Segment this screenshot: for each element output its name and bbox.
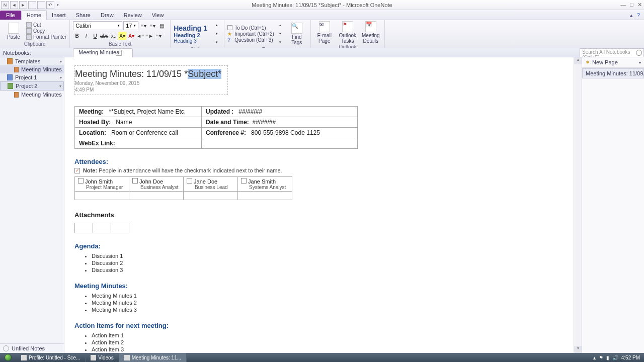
tab-view[interactable]: View <box>147 11 169 20</box>
scrollbar[interactable]: ▴ ▾ <box>574 57 582 353</box>
scroll-up-button[interactable]: ▴ <box>574 57 582 64</box>
sidebar-section-p2-meeting-minutes[interactable]: Meeting Minutes <box>0 90 64 99</box>
tag-important[interactable]: ★Important (Ctrl+2) <box>227 31 274 37</box>
tray-arrow-icon[interactable]: ▴ <box>593 355 596 360</box>
section-tab[interactable]: Meeting Minutes <box>73 48 133 57</box>
bold-button[interactable]: B <box>73 32 81 40</box>
tags-next[interactable]: ▾ <box>276 30 284 38</box>
search-input[interactable]: Search All Notebooks (Ctrl+E) <box>580 48 644 57</box>
tray-time[interactable]: 4:52 PM <box>621 355 640 360</box>
style-heading1[interactable]: Heading 1 <box>174 24 211 32</box>
underline-button[interactable]: U <box>91 32 99 40</box>
tray-flag-icon[interactable]: ⚑ <box>599 355 603 360</box>
taskbar-item[interactable]: Profile: Untitled - Sce... <box>16 353 86 362</box>
list-item[interactable]: Meeting Minutes 3 <box>92 307 576 313</box>
copy-button[interactable]: Copy <box>26 28 66 34</box>
attendee-empty-cell[interactable] <box>184 192 238 200</box>
tags-more[interactable]: ▾ <box>276 38 284 46</box>
list-item[interactable]: Action Item 1 <box>92 332 576 338</box>
taskbar-item[interactable]: Meeting Minutes: 11... <box>119 353 187 362</box>
italic-button[interactable]: I <box>82 32 90 40</box>
actions-list[interactable]: Action Item 1Action Item 2Action Item 3 <box>92 332 576 352</box>
font-color-button[interactable]: A▾ <box>127 32 135 40</box>
scroll-down-button[interactable]: ▾ <box>574 346 582 353</box>
new-page-button[interactable]: ✶ New Page ▾ <box>582 57 644 68</box>
tray-network-icon[interactable]: ▮ <box>606 355 609 360</box>
tag-question[interactable]: ?Question (Ctrl+3) <box>227 37 274 43</box>
tab-share[interactable]: Share <box>71 11 96 20</box>
sidebar-notebook-project2[interactable]: Project 2 ▾ <box>0 81 64 90</box>
more-text-button[interactable]: ▤ <box>157 22 166 30</box>
attendee-cell[interactable]: Jane SmithSystems Analyst <box>238 177 292 192</box>
tab-file[interactable]: File <box>0 11 21 20</box>
bullets-button[interactable]: ≡▾ <box>139 22 147 30</box>
tab-home[interactable]: Home <box>21 10 47 20</box>
attendee-cell[interactable]: Jane DoeBusiness Lead <box>184 177 238 192</box>
help-icon[interactable]: ? <box>637 12 640 19</box>
sidebar-section-meeting-minutes[interactable]: Meeting Minutes <box>0 65 64 73</box>
tags-gallery[interactable]: To Do (Ctrl+1) ★Important (Ctrl+2) ?Ques… <box>227 25 274 43</box>
styles-more[interactable]: ▾ <box>213 38 221 46</box>
list-item[interactable]: Discussion 1 <box>92 253 576 259</box>
list-item[interactable]: Discussion 2 <box>92 260 576 266</box>
font-size-select[interactable]: 17▾ <box>123 21 138 30</box>
attendee-cell[interactable]: John DoeBusiness Analyst <box>129 177 184 192</box>
outlook-tasks-button[interactable]: ⚑Outlook Tasks <box>337 21 358 44</box>
maximize-button[interactable]: □ <box>630 2 633 8</box>
format-painter-button[interactable]: Format Painter <box>26 34 66 40</box>
ribbon-minimize-icon[interactable]: ▴ <box>630 12 633 19</box>
attendee-empty-cell[interactable] <box>238 192 292 200</box>
numbering-button[interactable]: ≡▾ <box>148 22 156 30</box>
add-section-button[interactable]: ✶ <box>116 50 122 56</box>
style-heading3[interactable]: Heading 3 <box>174 38 211 44</box>
subscript-button[interactable]: x₂ <box>109 32 117 40</box>
tag-todo[interactable]: To Do (Ctrl+1) <box>227 25 274 31</box>
start-button[interactable] <box>0 353 16 362</box>
checkbox-icon[interactable] <box>187 178 192 184</box>
note-canvas[interactable]: Meeting Minutes: 11/09/15 *Subject* Mond… <box>64 57 582 353</box>
tab-insert[interactable]: Insert <box>47 11 71 20</box>
checkbox-icon[interactable] <box>241 178 247 184</box>
email-page-button[interactable]: ✉E-mail Page <box>314 21 335 44</box>
close-button[interactable]: ✕ <box>637 2 642 8</box>
styles-next[interactable]: ▾ <box>213 30 221 38</box>
list-item[interactable]: Action Item 3 <box>92 346 576 352</box>
attendee-empty-cell[interactable] <box>129 192 184 200</box>
chevron-down-icon[interactable]: ▾ <box>60 59 62 64</box>
agenda-list[interactable]: Discussion 1Discussion 2Discussion 3 <box>92 253 576 273</box>
note-title[interactable]: Meeting Minutes: 11/09/15 *Subject* <box>75 69 221 79</box>
attendees-table[interactable]: John SmithProject Manager John DoeBusine… <box>74 176 292 200</box>
strike-button[interactable]: abc <box>100 32 108 40</box>
system-tray[interactable]: ▴ ⚑ ▮ 🔊 4:52 PM <box>593 355 644 360</box>
list-item[interactable]: Meeting Minutes 1 <box>92 293 576 299</box>
styles-prev[interactable]: ▴ <box>213 21 221 29</box>
chevron-down-icon[interactable]: ▾ <box>59 84 61 88</box>
minimize-button[interactable]: — <box>620 2 626 8</box>
cut-button[interactable]: Cut <box>26 22 66 28</box>
tags-prev[interactable]: ▴ <box>276 21 284 29</box>
sidebar-notebook-templates[interactable]: Templates ▾ <box>0 57 64 65</box>
attachments-table[interactable] <box>74 223 129 233</box>
taskbar-item[interactable]: Videos <box>86 353 119 362</box>
attendee-cell[interactable]: John SmithProject Manager <box>75 177 129 192</box>
minutes-list[interactable]: Meeting Minutes 1Meeting Minutes 2Meetin… <box>92 293 576 313</box>
checkbox-icon[interactable] <box>132 178 138 184</box>
indent-button[interactable]: ≡► <box>145 32 153 40</box>
note-title-container[interactable]: Meeting Minutes: 11/09/15 *Subject* Mond… <box>74 65 228 95</box>
attendee-empty-cell[interactable] <box>75 192 129 200</box>
styles-gallery[interactable]: Heading 1 Heading 2 Heading 3 <box>174 24 211 44</box>
list-item[interactable]: Discussion 3 <box>92 267 576 273</box>
tab-review[interactable]: Review <box>119 11 147 20</box>
list-item[interactable]: Action Item 2 <box>92 339 576 345</box>
chevron-down-icon[interactable]: ▾ <box>639 60 641 65</box>
page-item[interactable]: Meeting Minutes: 11/09/15 *Su <box>582 68 644 78</box>
tray-volume-icon[interactable]: 🔊 <box>612 355 618 360</box>
font-name-select[interactable]: Calibri▾ <box>73 21 122 30</box>
meeting-info-table[interactable]: Meeting: **Subject, Project Name Etc. Up… <box>74 106 358 149</box>
outdent-button[interactable]: ◄≡ <box>136 32 144 40</box>
find-tags-button[interactable]: 🔍 Find Tags <box>286 23 307 45</box>
align-button[interactable]: ≡▾ <box>154 32 163 40</box>
tab-draw[interactable]: Draw <box>96 11 119 20</box>
highlight-button[interactable]: A▾ <box>118 32 126 40</box>
paste-button[interactable]: Paste <box>3 23 24 40</box>
